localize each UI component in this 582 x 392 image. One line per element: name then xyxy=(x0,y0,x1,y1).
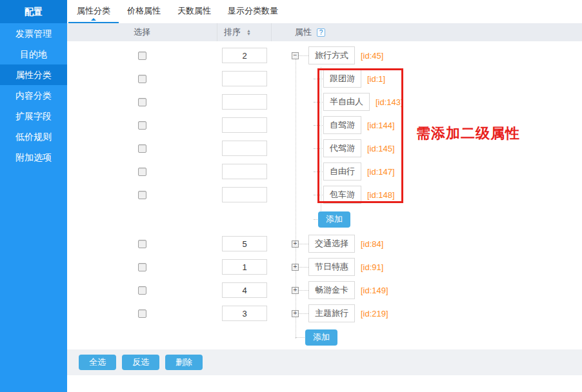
invert-select-button[interactable]: 反选 xyxy=(122,355,159,370)
footer-actions: 全选反选删除 xyxy=(67,349,582,375)
row-checkbox[interactable] xyxy=(138,144,146,153)
tab-2[interactable]: 价格属性 xyxy=(119,0,169,23)
row-checkbox[interactable] xyxy=(138,52,146,60)
table-row: +交通选择[id:84] xyxy=(67,232,582,255)
expand-toggle-icon[interactable]: + xyxy=(292,264,299,271)
sidebar-item-4[interactable]: 内容分类 xyxy=(0,85,67,106)
attr-cell: 跟团游[id:1] xyxy=(272,70,582,88)
row-checkbox[interactable] xyxy=(138,98,146,106)
sort-input[interactable] xyxy=(222,71,267,86)
row-checkbox[interactable] xyxy=(138,75,146,83)
tab-4[interactable]: 显示分类数量 xyxy=(219,0,286,23)
sidebar: 配置 发票管理目的地属性分类内容分类扩展字段低价规则附加选项 xyxy=(0,0,67,392)
tree-node-label[interactable]: 畅游金卡 xyxy=(308,281,355,299)
sort-input[interactable] xyxy=(222,117,267,133)
select-cell xyxy=(67,52,217,60)
tree-node-label[interactable]: 跟团游 xyxy=(323,70,361,88)
select-cell xyxy=(67,240,217,248)
sort-cell xyxy=(217,259,272,275)
sort-input[interactable] xyxy=(222,187,267,202)
sidebar-item-3[interactable]: 属性分类 xyxy=(0,64,67,85)
node-id-label: [id:45] xyxy=(361,51,383,61)
node-id-label: [id:91] xyxy=(361,262,383,272)
sidebar-nav: 发票管理目的地属性分类内容分类扩展字段低价规则附加选项 xyxy=(0,23,67,168)
node-id-label: [id:148] xyxy=(367,190,395,200)
help-icon[interactable]: ? xyxy=(317,28,325,37)
row-checkbox[interactable] xyxy=(138,309,146,318)
select-cell xyxy=(67,168,217,176)
attr-cell: 半自由人[id:143] xyxy=(272,93,582,111)
table-row: +节日特惠[id:91] xyxy=(67,255,582,279)
node-id-label: [id:144] xyxy=(367,121,395,130)
sort-input[interactable] xyxy=(222,141,267,156)
annotation-text: 需添加二级属性 xyxy=(416,124,520,143)
sidebar-item-5[interactable]: 扩展字段 xyxy=(0,106,67,126)
sort-input[interactable] xyxy=(222,94,267,110)
sort-input[interactable] xyxy=(222,282,267,298)
table-row: +主题旅行[id:219] xyxy=(67,302,582,325)
header-attr-column: 属性 ? xyxy=(272,23,582,41)
node-id-label: [id:219] xyxy=(361,309,388,318)
expand-toggle-icon[interactable]: + xyxy=(292,240,299,248)
table-row: 自由行[id:147] xyxy=(67,160,582,183)
attr-cell: 添加 xyxy=(272,211,582,228)
row-checkbox[interactable] xyxy=(138,286,146,295)
select-cell xyxy=(67,263,217,271)
table-row: 包车游[id:148] xyxy=(67,183,582,206)
sidebar-item-1[interactable]: 发票管理 xyxy=(0,23,67,44)
tree-node-label[interactable]: 主题旅行 xyxy=(308,304,355,322)
row-checkbox[interactable] xyxy=(138,240,146,248)
delete-button[interactable]: 删除 xyxy=(165,355,203,370)
tree-node-label[interactable]: 节日特惠 xyxy=(308,258,355,276)
sort-input[interactable] xyxy=(222,164,267,179)
sort-arrows-icon[interactable]: ▲▼ xyxy=(246,29,251,35)
header-sort-label: 排序 xyxy=(224,26,241,38)
node-id-label: [id:143] xyxy=(376,97,403,107)
table-body: 需添加二级属性 −旅行方式[id:45]跟团游[id:1]半自由人[id:143… xyxy=(67,41,582,349)
row-checkbox[interactable] xyxy=(138,168,146,176)
table-row: −旅行方式[id:45] xyxy=(67,44,582,67)
expand-toggle-icon[interactable]: + xyxy=(292,310,299,317)
node-id-label: [id:147] xyxy=(367,167,395,177)
sidebar-item-6[interactable]: 低价规则 xyxy=(0,126,67,147)
attr-cell: +交通选择[id:84] xyxy=(272,235,582,253)
tab-1[interactable]: 属性分类 xyxy=(68,0,119,23)
table-header: 选择 排序 ▲▼ 属性 ? xyxy=(67,23,582,41)
tree-node-label[interactable]: 自驾游 xyxy=(323,116,361,134)
add-button[interactable]: 添加 xyxy=(318,211,350,228)
sort-input[interactable] xyxy=(222,306,267,321)
select-cell xyxy=(67,191,217,199)
sort-input[interactable] xyxy=(222,236,267,251)
row-checkbox[interactable] xyxy=(138,121,146,130)
sort-cell xyxy=(217,236,272,251)
sidebar-item-2[interactable]: 目的地 xyxy=(0,44,67,64)
sidebar-item-7[interactable]: 附加选项 xyxy=(0,147,67,168)
tree-node-label[interactable]: 包车游 xyxy=(323,186,361,204)
sort-input[interactable] xyxy=(222,48,267,63)
attr-cell: +节日特惠[id:91] xyxy=(272,258,582,276)
tree-node-label[interactable]: 代驾游 xyxy=(323,139,361,157)
collapse-toggle-icon[interactable]: − xyxy=(292,52,299,59)
row-checkbox[interactable] xyxy=(138,263,146,271)
app-window: 配置 发票管理目的地属性分类内容分类扩展字段低价规则附加选项 属性分类价格属性天… xyxy=(0,0,582,392)
select-cell xyxy=(67,98,217,106)
row-checkbox[interactable] xyxy=(138,191,146,199)
select-cell xyxy=(67,309,217,318)
tree-node-label[interactable]: 自由行 xyxy=(323,162,361,181)
select-cell xyxy=(67,286,217,295)
tree-node-label[interactable]: 半自由人 xyxy=(323,93,370,111)
sidebar-header[interactable]: 配置 xyxy=(0,0,67,23)
footer-filler xyxy=(67,375,582,392)
tab-3[interactable]: 天数属性 xyxy=(169,0,219,23)
sort-cell xyxy=(217,164,272,179)
expand-toggle-icon[interactable]: + xyxy=(292,287,299,294)
add-button[interactable]: 添加 xyxy=(305,329,337,346)
select-cell xyxy=(67,121,217,130)
add-row: 添加 xyxy=(67,325,582,349)
attr-cell: +主题旅行[id:219] xyxy=(272,304,582,322)
tree-node-label[interactable]: 旅行方式 xyxy=(308,46,355,64)
sort-input[interactable] xyxy=(222,259,267,275)
tab-bar: 属性分类价格属性天数属性显示分类数量 xyxy=(67,0,582,23)
select-all-button[interactable]: 全选 xyxy=(79,355,116,370)
tree-node-label[interactable]: 交通选择 xyxy=(308,235,355,253)
